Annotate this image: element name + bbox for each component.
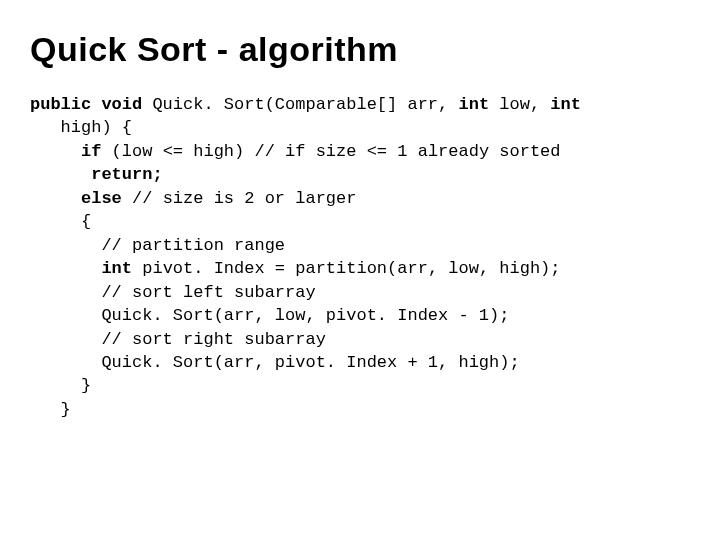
slide: Quick Sort - algorithm public void Quick… bbox=[0, 0, 720, 540]
code-text: { bbox=[30, 212, 91, 231]
code-block: public void Quick. Sort(Comparable[] arr… bbox=[30, 93, 690, 421]
code-keyword: int bbox=[550, 95, 581, 114]
code-text: // sort right subarray bbox=[30, 330, 326, 349]
code-text: low, bbox=[489, 95, 550, 114]
code-keyword: return; bbox=[30, 165, 163, 184]
code-text: (low <= high) // if size <= 1 already so… bbox=[101, 142, 560, 161]
code-text: // sort left subarray bbox=[30, 283, 316, 302]
code-text: Quick. Sort(arr, low, pivot. Index - 1); bbox=[30, 306, 509, 325]
code-text: } bbox=[30, 400, 71, 419]
code-text: // size is 2 or larger bbox=[122, 189, 357, 208]
code-text: // partition range bbox=[30, 236, 285, 255]
code-keyword: public void bbox=[30, 95, 142, 114]
code-text: Quick. Sort(arr, pivot. Index + 1, high)… bbox=[30, 353, 520, 372]
code-text: pivot. Index = partition(arr, low, high)… bbox=[132, 259, 560, 278]
code-keyword: if bbox=[30, 142, 101, 161]
code-text: high) { bbox=[30, 118, 132, 137]
code-text: } bbox=[30, 376, 91, 395]
code-keyword: else bbox=[30, 189, 122, 208]
slide-title: Quick Sort - algorithm bbox=[30, 30, 690, 69]
code-text: Quick. Sort(Comparable[] arr, bbox=[142, 95, 458, 114]
code-keyword: int bbox=[30, 259, 132, 278]
code-keyword: int bbox=[458, 95, 489, 114]
